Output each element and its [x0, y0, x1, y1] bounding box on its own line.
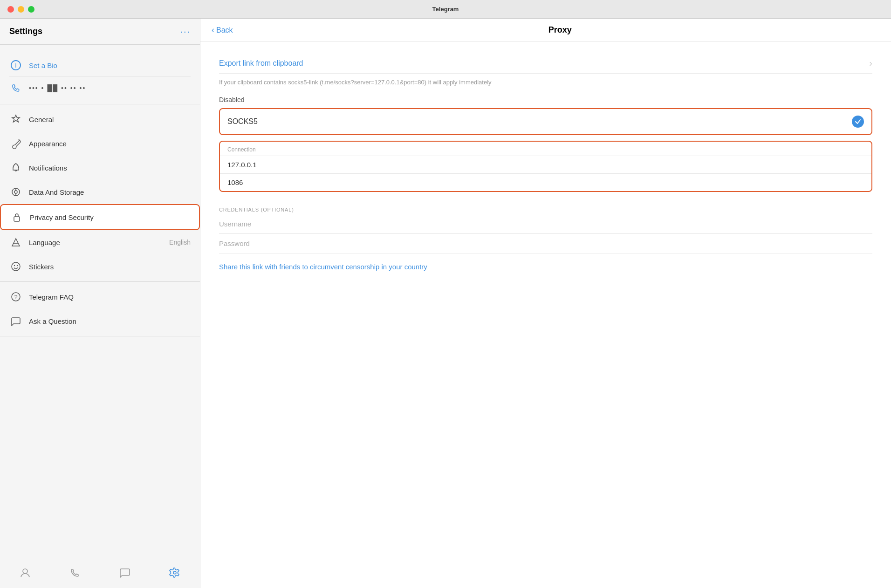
sidebar-item-appearance-label: Appearance [29, 140, 191, 148]
titlebar-title: Telegram [432, 6, 459, 13]
info-icon: i [9, 59, 22, 72]
sidebar-content: i Set a Bio ••• • ██ •• •• •• [0, 45, 200, 557]
sidebar-item-privacy-security[interactable]: Privacy and Security [0, 204, 200, 230]
titlebar: Telegram [0, 0, 891, 19]
sidebar: Settings ··· i Set a Bio [0, 19, 200, 588]
connection-box: Connection 127.0.0.1 1086 [219, 141, 872, 192]
main-settings-section: General Appearance [0, 104, 200, 282]
profile-section: i Set a Bio ••• • ██ •• •• •• [0, 45, 200, 104]
svg-text:i: i [15, 62, 17, 69]
sidebar-item-stickers[interactable]: Stickers [0, 254, 200, 279]
phone-label: ••• • ██ •• •• •• [29, 84, 86, 92]
data-storage-icon [9, 185, 22, 198]
svg-marker-7 [12, 239, 20, 246]
back-button[interactable]: ‹ Back [212, 25, 233, 35]
appearance-icon [9, 137, 22, 150]
sidebar-item-general-label: General [29, 116, 191, 123]
help-section: ? Telegram FAQ Ask a Question [0, 282, 200, 336]
sidebar-header: Settings ··· [0, 19, 200, 45]
notifications-icon [9, 161, 22, 174]
language-icon [9, 236, 22, 249]
sidebar-item-appearance[interactable]: Appearance [0, 131, 200, 156]
connection-port-field[interactable]: 1086 [220, 173, 871, 191]
sidebar-item-ask[interactable]: Ask a Question [0, 309, 200, 333]
content-header: ‹ Back Proxy [200, 19, 891, 42]
nav-contacts[interactable] [0, 562, 50, 583]
stickers-icon [9, 260, 22, 273]
general-icon [9, 113, 22, 126]
connection-label: Connection [220, 142, 871, 156]
disabled-label: Disabled [219, 96, 872, 103]
share-link[interactable]: Share this link with friends to circumve… [219, 263, 872, 271]
content-title: Proxy [240, 25, 880, 35]
svg-point-9 [12, 262, 20, 271]
content-body: Export link from clipboard › If your cli… [200, 42, 891, 588]
content-panel: ‹ Back Proxy Export link from clipboard … [200, 19, 891, 588]
main-layout: Settings ··· i Set a Bio [0, 19, 891, 588]
export-link-row[interactable]: Export link from clipboard › [219, 53, 872, 74]
svg-point-14 [23, 569, 27, 574]
sidebar-title: Settings [9, 27, 42, 36]
ask-icon [9, 315, 22, 328]
svg-point-15 [173, 571, 176, 574]
svg-text:?: ? [14, 294, 17, 301]
nav-settings[interactable] [150, 562, 200, 583]
sidebar-more-button[interactable]: ··· [180, 26, 191, 37]
svg-point-11 [17, 265, 18, 266]
sidebar-item-general[interactable]: General [0, 107, 200, 131]
username-field[interactable]: Username [219, 214, 872, 234]
sidebar-item-language[interactable]: Language English [0, 230, 200, 254]
set-bio-label: Set a Bio [29, 62, 57, 69]
nav-calls[interactable] [50, 562, 100, 583]
faq-icon: ? [9, 290, 22, 303]
password-field[interactable]: Password [219, 234, 872, 253]
sidebar-item-notifications[interactable]: Notifications [0, 156, 200, 180]
sidebar-item-language-value: English [169, 239, 191, 246]
sidebar-item-faq-label: Telegram FAQ [29, 293, 191, 301]
sidebar-item-faq[interactable]: ? Telegram FAQ [0, 285, 200, 309]
export-chevron-icon: › [869, 58, 872, 68]
connection-server-field[interactable]: 127.0.0.1 [220, 156, 871, 173]
phone-icon [9, 82, 22, 95]
export-link-description: If your clipboard contains socks5-link (… [219, 74, 872, 96]
back-label: Back [216, 26, 233, 34]
set-bio-item[interactable]: i Set a Bio [9, 54, 191, 77]
credentials-label: CREDENTIALS (OPTIONAL) [219, 203, 872, 212]
sidebar-item-ask-label: Ask a Question [29, 317, 191, 325]
sidebar-item-privacy-label: Privacy and Security [30, 213, 190, 221]
sidebar-item-language-label: Language [29, 239, 163, 246]
svg-point-3 [14, 191, 17, 193]
socks5-option[interactable]: SOCKS5 [219, 108, 872, 135]
export-link-label: Export link from clipboard [219, 59, 303, 68]
sidebar-item-data-storage[interactable]: Data And Storage [0, 180, 200, 204]
titlebar-buttons [7, 6, 34, 13]
privacy-icon [10, 211, 23, 224]
nav-chats[interactable] [100, 562, 150, 583]
svg-point-10 [14, 265, 15, 266]
sidebar-item-notifications-label: Notifications [29, 164, 191, 172]
minimize-button[interactable] [18, 6, 24, 13]
socks5-label: SOCKS5 [227, 117, 258, 126]
sidebar-item-stickers-label: Stickers [29, 263, 191, 271]
bottom-nav [0, 557, 200, 588]
back-chevron-icon: ‹ [212, 25, 214, 35]
close-button[interactable] [7, 6, 14, 13]
svg-rect-6 [14, 217, 20, 221]
phone-item[interactable]: ••• • ██ •• •• •• [9, 77, 191, 99]
maximize-button[interactable] [28, 6, 34, 13]
socks5-check-icon [852, 116, 864, 128]
sidebar-item-data-storage-label: Data And Storage [29, 188, 191, 196]
